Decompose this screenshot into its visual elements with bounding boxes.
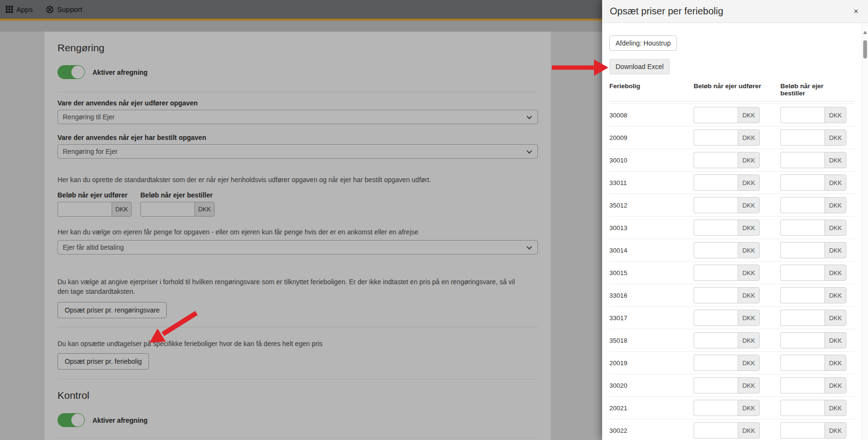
currency-addon: DKK [738,400,760,416]
toggle-label: Aktiver afregning [92,417,148,424]
bestiller-amount-input[interactable] [780,422,824,439]
exceptions-help-text: Du kan opsætte undtagelser på specifikke… [57,339,538,348]
feriebolig-table-row: 30014 DKK DKK [609,239,855,261]
divider [57,327,538,327]
toggle-knob [71,414,84,427]
bestiller-amount-input[interactable] [780,152,824,168]
udfoerer-amount-input[interactable] [694,355,738,371]
vare-bestilt-label: Vare der anvendes når ejer har bestilt o… [57,134,538,141]
feriebolig-id: 33016 [609,292,694,299]
bestiller-amount-input[interactable] [780,242,824,258]
currency-addon: DKK [824,400,846,416]
feriebolig-id: 30020 [609,382,694,389]
bestiller-amount-input[interactable] [780,107,824,123]
scrollbar[interactable] [862,23,868,440]
scrollbar-up-arrow-icon[interactable] [863,31,867,34]
currency-addon: DKK [738,129,760,146]
currency-addon: DKK [824,422,846,439]
aktiver-afregning-toggle[interactable] [57,65,85,79]
bestiller-amount-input[interactable] [780,287,824,303]
kontrol-aktiver-afregning-toggle[interactable] [57,413,85,427]
feriebolig-id: 20019 [609,359,694,367]
chevron-down-icon [526,148,532,153]
header-beloeb-bestiller: Beløb når ejer bestiller [780,82,846,97]
bestiller-amount-input[interactable] [780,220,824,236]
feriebolig-table-row: 30020 DKK DKK [609,374,855,396]
apps-menu-item[interactable]: Apps [6,5,33,13]
currency-addon: DKK [824,265,846,281]
udfoerer-amount-input[interactable] [694,287,738,303]
udfoerer-amount-input[interactable] [694,174,738,191]
feriebolig-table-row: 20019 DKK DKK [609,351,855,374]
bestiller-amount-input[interactable] [780,129,824,146]
support-lifering-icon [46,6,54,13]
currency-addon: DKK [824,287,846,303]
divider [57,438,538,438]
udfoerer-amount-input[interactable] [694,197,738,213]
bestiller-amount-input[interactable] [780,377,824,394]
beloeb-udfoerer-label: Beløb når ejer udfører [57,191,132,199]
section-title-kontrol: Kontrol [57,390,538,401]
beloeb-udfoerer-input[interactable] [57,202,112,217]
apps-label: Apps [16,5,33,13]
udfoerer-amount-input[interactable] [694,265,738,281]
udfoerer-amount-input[interactable] [694,310,738,326]
feriebolig-table-row: 30022 DKK DKK [609,419,855,440]
bestiller-amount-input[interactable] [780,355,824,371]
udfoerer-amount-input[interactable] [694,129,738,146]
udfoerer-amount-input[interactable] [694,422,738,439]
feriebolig-id: 35012 [609,202,694,209]
currency-addon: DKK [738,355,760,371]
opsaet-priser-rengoringsvare-button[interactable]: Opsæt priser pr. rengøringsvare [57,302,167,318]
header-feriebolig: Feriebolig [609,82,694,97]
currency-addon: DKK [824,129,846,146]
beloeb-bestiller-input[interactable] [140,202,194,217]
udfoerer-amount-input[interactable] [694,377,738,394]
table-header-row: Feriebolig Beløb når ejer udfører Beløb … [609,82,855,102]
currency-addon: DKK [824,242,846,258]
udfoerer-amount-input[interactable] [694,152,738,168]
feriebolig-table-row: 35018 DKK DKK [609,329,855,351]
bestiller-amount-input[interactable] [780,400,824,416]
panel-body: Afdeling: Houstrup Download Excel Ferieb… [602,23,862,440]
download-excel-button[interactable]: Download Excel [609,59,670,74]
currency-addon: DKK [738,265,760,281]
feriebolig-id: 20009 [609,134,694,141]
bestiller-amount-input[interactable] [780,197,824,213]
vare-udfoerer-selected-value: Rengøring til Ejer [63,113,114,121]
opsaet-priser-feriebolig-button[interactable]: Opsæt priser pr. feriebolig [57,353,149,370]
bestiller-amount-input[interactable] [780,265,824,281]
payment-help-text: Her kan du vælge om ejeren får penge for… [57,227,538,237]
support-menu-item[interactable]: Support [46,5,82,13]
feriebolig-table-row: 33016 DKK DKK [609,284,855,306]
divider [57,92,538,92]
feriebolig-id: 30014 [609,247,694,254]
close-icon[interactable]: × [854,7,858,15]
udfoerer-amount-input[interactable] [694,332,738,348]
udfoerer-amount-input[interactable] [694,400,738,416]
chevron-down-icon [526,244,532,249]
bestiller-amount-input[interactable] [780,174,824,191]
feriebolig-table-row: 33017 DKK DKK [609,306,855,329]
scrollbar-thumb[interactable] [863,40,867,58]
feriebolig-id: 20021 [609,405,694,412]
udfoerer-amount-input[interactable] [694,220,738,236]
bestiller-amount-input[interactable] [780,332,824,348]
vare-bestilt-selected-value: Rengøring for Ejer [63,148,117,155]
currency-addon: DKK [824,310,846,326]
feriebolig-id: 30022 [609,427,694,434]
feriebolig-table-row: 30008 DKK DKK [609,104,855,126]
currency-addon: DKK [824,174,846,191]
udfoerer-amount-input[interactable] [694,242,738,258]
beloeb-bestiller-label: Beløb når ejer bestiller [140,191,215,199]
feriebolig-id: 33017 [609,314,694,322]
feriebolig-table-row: 30013 DKK DKK [609,216,855,239]
vare-bestilt-select[interactable]: Rengøring for Ejer [57,144,538,159]
cleaning-product-help-text: Du kan vælge at angive ejerpriser i forh… [57,277,517,297]
bestiller-amount-input[interactable] [780,310,824,326]
udfoerer-amount-input[interactable] [694,107,738,123]
payment-select[interactable]: Ejer får altid betaling [57,240,538,255]
feriebolig-id: 35018 [609,337,694,344]
vare-udfoerer-select[interactable]: Rengøring til Ejer [57,110,538,124]
afdeling-houstrup-button[interactable]: Afdeling: Houstrup [609,35,677,51]
